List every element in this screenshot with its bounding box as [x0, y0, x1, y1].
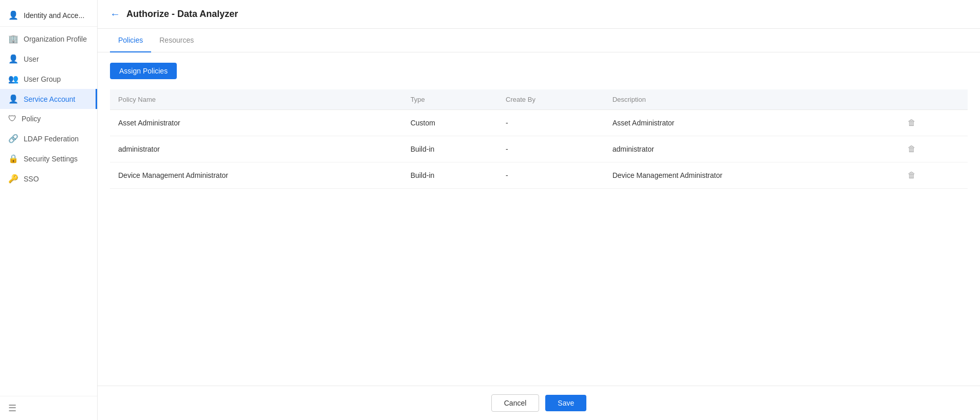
sidebar-item-service-account[interactable]: 👤 Service Account	[0, 89, 97, 109]
table-row: administrator Build-in - administrator 🗑	[110, 136, 968, 162]
table-row: Asset Administrator Custom - Asset Admin…	[110, 110, 968, 136]
page-title: Authorize - Data Analyzer	[126, 9, 238, 20]
col-policy-name: Policy Name	[110, 89, 402, 110]
org-icon: 🏢	[8, 34, 19, 44]
sidebar-item-label: Policy	[22, 115, 41, 123]
sidebar-footer: ☰	[0, 396, 97, 420]
cell-create-by: -	[497, 136, 604, 162]
col-create-by: Create By	[497, 89, 604, 110]
sidebar-item-sso[interactable]: 🔑 SSO	[0, 169, 97, 189]
ldap-icon: 🔗	[8, 134, 19, 143]
delete-row-button[interactable]: 🗑	[904, 117, 919, 129]
policy-icon: 🛡	[8, 114, 16, 123]
footer: Cancel Save	[98, 386, 980, 420]
sidebar-item-security-settings[interactable]: 🔒 Security Settings	[0, 149, 97, 169]
sidebar-item-label: Service Account	[24, 95, 75, 103]
delete-row-button[interactable]: 🗑	[904, 170, 919, 181]
sidebar-item-label: Security Settings	[24, 155, 78, 163]
col-description: Description	[604, 89, 897, 110]
sidebar-item-label: User	[24, 55, 39, 63]
cell-create-by: -	[497, 110, 604, 136]
cell-type: Build-in	[402, 136, 497, 162]
sidebar-title: Identity and Acce...	[24, 11, 84, 20]
sidebar-item-policy[interactable]: 🛡 Policy	[0, 109, 97, 129]
identity-icon	[8, 10, 19, 20]
table-header-row: Policy Name Type Create By Description	[110, 89, 968, 110]
delete-row-button[interactable]: 🗑	[904, 143, 919, 155]
sidebar-item-user[interactable]: 👤 User	[0, 49, 97, 69]
sso-icon: 🔑	[8, 174, 19, 184]
cancel-button[interactable]: Cancel	[491, 394, 540, 412]
cell-delete: 🗑	[896, 110, 968, 136]
content-area: Assign Policies Policy Name Type Create …	[98, 52, 980, 386]
service-icon: 👤	[8, 94, 19, 104]
cell-type: Custom	[402, 110, 497, 136]
cell-description: administrator	[604, 136, 897, 162]
cell-description: Asset Administrator	[604, 110, 897, 136]
cell-create-by: -	[497, 162, 604, 189]
group-icon: 👥	[8, 74, 19, 84]
cell-delete: 🗑	[896, 162, 968, 189]
policies-table: Policy Name Type Create By Description A…	[110, 89, 968, 189]
main-content: ← Authorize - Data Analyzer Policies Res…	[98, 0, 980, 420]
cell-policy-name: administrator	[110, 136, 402, 162]
page-header: ← Authorize - Data Analyzer	[98, 0, 980, 29]
tab-policies[interactable]: Policies	[110, 29, 151, 52]
col-type: Type	[402, 89, 497, 110]
sidebar-item-label: LDAP Federation	[24, 135, 79, 143]
sidebar-item-label: SSO	[24, 175, 39, 183]
cell-type: Build-in	[402, 162, 497, 189]
sidebar-item-label: User Group	[24, 75, 61, 83]
assign-policies-button[interactable]: Assign Policies	[110, 63, 177, 79]
tab-resources[interactable]: Resources	[151, 29, 202, 52]
sidebar-item-label: Organization Profile	[24, 35, 87, 43]
save-button[interactable]: Save	[545, 395, 586, 411]
tabs-bar: Policies Resources	[98, 29, 980, 52]
sidebar-item-user-group[interactable]: 👥 User Group	[0, 69, 97, 89]
user-icon: 👤	[8, 54, 19, 64]
sidebar-item-ldap-federation[interactable]: 🔗 LDAP Federation	[0, 129, 97, 149]
sidebar-item-org-profile[interactable]: 🏢 Organization Profile	[0, 29, 97, 49]
sidebar-header: Identity and Acce...	[0, 4, 97, 27]
cell-policy-name: Device Management Administrator	[110, 162, 402, 189]
security-icon: 🔒	[8, 154, 19, 163]
table-row: Device Management Administrator Build-in…	[110, 162, 968, 189]
cell-description: Device Management Administrator	[604, 162, 897, 189]
sidebar: Identity and Acce... 🏢 Organization Prof…	[0, 0, 98, 420]
cell-delete: 🗑	[896, 136, 968, 162]
cell-policy-name: Asset Administrator	[110, 110, 402, 136]
col-actions	[896, 89, 968, 110]
menu-icon: ☰	[8, 403, 16, 413]
back-button[interactable]: ←	[110, 8, 120, 20]
